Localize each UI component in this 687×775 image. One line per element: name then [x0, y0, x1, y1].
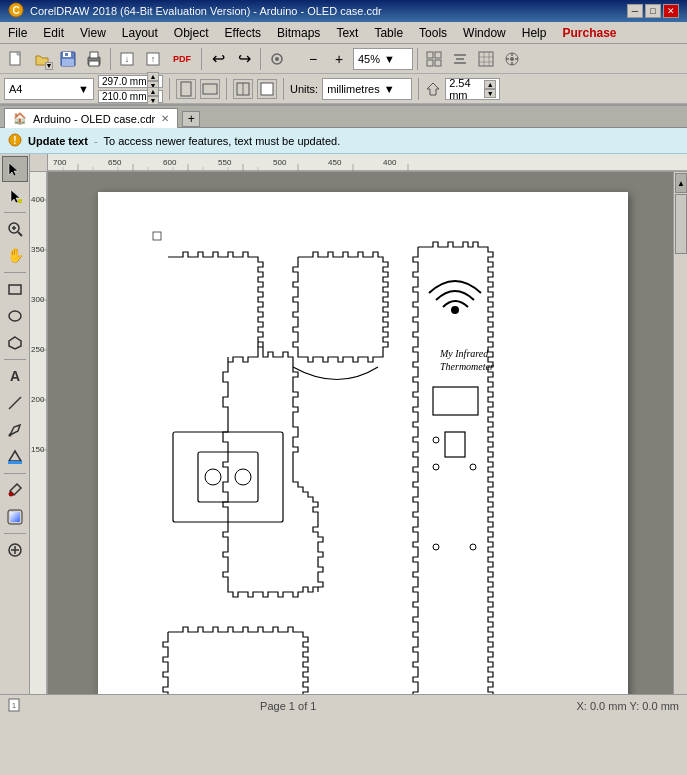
svg-text:↓: ↓ — [125, 54, 130, 64]
ruler-row: 700 650 600 550 500 450 400 — [30, 154, 687, 172]
tool-separator-5 — [4, 533, 26, 534]
tool-eyedropper[interactable] — [2, 477, 28, 503]
tab-close-icon[interactable]: ✕ — [161, 113, 169, 124]
open-button[interactable]: ▼ — [30, 47, 54, 71]
landscape-button[interactable] — [200, 79, 220, 99]
page-size-dropdown[interactable]: A4 ▼ — [4, 78, 94, 100]
svg-rect-19 — [427, 60, 433, 66]
menu-purchase[interactable]: Purchase — [554, 22, 624, 43]
svg-point-101 — [452, 307, 458, 313]
menu-layout[interactable]: Layout — [114, 22, 166, 43]
menu-view[interactable]: View — [72, 22, 114, 43]
tool-separator-4 — [4, 473, 26, 474]
minimize-button[interactable]: ─ — [627, 4, 643, 18]
menu-table[interactable]: Table — [366, 22, 411, 43]
page-width-row: 297.0 mm ▲ ▼ — [98, 74, 163, 88]
ruler-corner — [30, 154, 48, 172]
export-pdf-button[interactable]: PDF — [167, 47, 197, 71]
height-down-button[interactable]: ▼ — [147, 96, 159, 105]
redo-button[interactable]: ↪ — [232, 47, 256, 71]
nudge-input[interactable]: 2.54 mm ▲ ▼ — [445, 78, 500, 100]
main-area: ✋ A — [0, 154, 687, 694]
portrait-button[interactable] — [176, 79, 196, 99]
page-height-input[interactable]: 210.0 mm ▲ ▼ — [98, 90, 163, 103]
drawing-canvas[interactable]: My Infrared Thermometer — [98, 192, 628, 694]
menu-tools[interactable]: Tools — [411, 22, 455, 43]
horizontal-ruler: 700 650 600 550 500 450 400 — [48, 154, 687, 172]
menu-help[interactable]: Help — [514, 22, 555, 43]
align-button[interactable] — [448, 47, 472, 71]
toolbar-sep-units — [418, 78, 419, 100]
svg-rect-7 — [62, 59, 74, 66]
tool-line[interactable] — [2, 390, 28, 416]
nudge-up-button[interactable]: ▲ — [484, 80, 496, 89]
units-label: Units: — [290, 83, 318, 95]
maximize-button[interactable]: □ — [645, 4, 661, 18]
svg-marker-43 — [9, 163, 18, 176]
scroll-up-button[interactable]: ▲ — [675, 173, 687, 193]
tool-text[interactable]: A — [2, 363, 28, 389]
tool-pan[interactable]: ✋ — [2, 243, 28, 269]
tool-freehand[interactable] — [2, 183, 28, 209]
tab-add-button[interactable]: + — [182, 111, 200, 127]
zoom-dropdown[interactable]: 45% ▼ — [353, 48, 413, 70]
tool-zoom[interactable] — [2, 216, 28, 242]
display-window — [433, 387, 478, 415]
zoom-in-button[interactable]: + — [327, 47, 351, 71]
tool-pen[interactable] — [2, 417, 28, 443]
info-message: To access newer features, text must be u… — [104, 135, 341, 147]
snap-button[interactable] — [422, 47, 446, 71]
status-page-icon: 1 — [8, 698, 22, 712]
new-button[interactable] — [4, 47, 28, 71]
eye-button[interactable] — [265, 47, 289, 71]
title-bar-controls[interactable]: ─ □ ✕ — [627, 4, 679, 18]
width-up-button[interactable]: ▲ — [147, 72, 159, 81]
units-arrow: ▼ — [384, 83, 395, 95]
nudge-down-button[interactable]: ▼ — [484, 89, 496, 98]
page-size-arrow: ▼ — [78, 83, 89, 95]
height-up-button[interactable]: ▲ — [147, 87, 159, 96]
tab-arduino[interactable]: 🏠 Arduino - OLED case.cdr ✕ — [4, 108, 178, 128]
tab-label: Arduino - OLED case.cdr — [33, 113, 155, 125]
tool-add-page[interactable] — [2, 537, 28, 563]
grid-button[interactable] — [474, 47, 498, 71]
status-left: 1 — [8, 698, 252, 714]
menu-object[interactable]: Object — [166, 22, 217, 43]
vertical-scrollbar[interactable]: ▲ ▼ — [673, 172, 687, 694]
connecting-arc — [293, 367, 378, 380]
toolbar-standard: ▼ ↓ ↑ PDF ↩ ↪ − + 45% ▼ — [0, 44, 687, 74]
toolbar-sep-pg2 — [226, 78, 227, 100]
zoom-out-button[interactable]: − — [301, 47, 325, 71]
undo-button[interactable]: ↩ — [206, 47, 230, 71]
print-button[interactable] — [82, 47, 106, 71]
page-layout-button2[interactable] — [257, 79, 277, 99]
menu-window[interactable]: Window — [455, 22, 514, 43]
tool-polygon[interactable] — [2, 330, 28, 356]
units-dropdown[interactable]: millimetres ▼ — [322, 78, 412, 100]
tool-fill[interactable] — [2, 444, 28, 470]
canvas-scroll-area[interactable]: My Infrared Thermometer — [48, 172, 687, 694]
page-layout-button1[interactable] — [233, 79, 253, 99]
page-width-input[interactable]: 297.0 mm ▲ ▼ — [98, 75, 163, 88]
button-hole-3 — [470, 464, 476, 470]
title-bar-left: C CorelDRAW 2018 (64-Bit Evaluation Vers… — [8, 2, 382, 21]
menu-edit[interactable]: Edit — [35, 22, 72, 43]
close-button[interactable]: ✕ — [663, 4, 679, 18]
menu-effects[interactable]: Effects — [217, 22, 269, 43]
tool-rectangle[interactable] — [2, 276, 28, 302]
menu-bitmaps[interactable]: Bitmaps — [269, 22, 328, 43]
export-button[interactable]: ↑ — [141, 47, 165, 71]
tool-select[interactable] — [2, 156, 28, 182]
options-button[interactable] — [500, 47, 524, 71]
title-text: CorelDRAW 2018 (64-Bit Evaluation Versio… — [30, 5, 382, 17]
save-button[interactable] — [56, 47, 80, 71]
scroll-thumb[interactable] — [675, 194, 687, 254]
tool-interactive-fill[interactable] — [2, 504, 28, 530]
info-bar: ! Update text - To access newer features… — [0, 128, 687, 154]
import-button[interactable]: ↓ — [115, 47, 139, 71]
menu-text[interactable]: Text — [328, 22, 366, 43]
menu-file[interactable]: File — [0, 22, 35, 43]
tool-ellipse[interactable] — [2, 303, 28, 329]
nudge-spinner[interactable]: ▲ ▼ — [484, 80, 496, 98]
height-spinner[interactable]: ▲ ▼ — [147, 87, 159, 105]
